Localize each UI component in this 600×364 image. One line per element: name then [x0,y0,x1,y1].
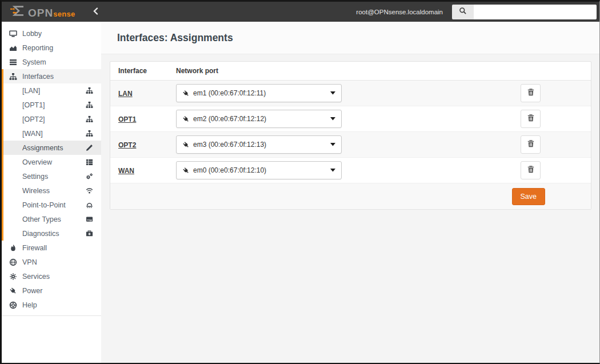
plug-icon [182,167,190,174]
sidebar-item-settings[interactable]: Settings [3,169,101,183]
fire-icon [8,244,18,252]
sidebar-item-point-to-point[interactable]: Point-to-Point [3,198,101,212]
sidebar-item-diagnostics[interactable]: Diagnostics [3,226,101,241]
sidebar-item-label: Lobby [22,30,42,38]
sidebar-item-power[interactable]: Power [2,283,101,298]
pencil-icon [85,144,94,151]
sidebar-item-label: Settings [22,173,85,181]
delete-interface-button[interactable] [521,84,541,102]
sitemap-icon [85,87,94,94]
trash-icon [527,114,534,123]
column-header-interface: Interface [110,67,176,75]
search-bar [452,5,597,19]
plug-icon [182,141,190,149]
caret-down-icon [330,91,335,95]
sidebar-item-services[interactable]: Services [2,269,101,283]
list-alt-icon [85,158,94,166]
caret-down-icon [330,143,335,146]
interface-link-lan[interactable]: LAN [118,90,133,98]
main-content: Interfaces: Assignments Interface Networ… [101,22,599,363]
sidebar-item-lobby[interactable]: Lobby [2,26,101,41]
plug-icon [182,90,190,97]
trash-icon [527,166,534,175]
sidebar-item-label: VPN [22,258,37,266]
sidebar-item-system[interactable]: System [2,55,101,69]
sidebar-item-label: Firewall [22,244,47,252]
sidebar-item-label: Overview [22,158,85,166]
sidebar-item-firewall[interactable]: Firewall [2,241,101,255]
plug-icon [182,115,190,123]
sidebar-item-opt1[interactable]: [OPT1] [3,98,101,112]
sidebar-item-assignments[interactable]: Assignments [3,141,101,155]
network-port-select-opt2[interactable]: em3 (00:e0:67:0f:12:13) [176,135,342,154]
sidebar-menu: Lobby Reporting System [2,22,101,316]
table-header-row: Interface Network port [110,62,591,81]
modem-icon [85,201,94,209]
sidebar-section-interfaces: Interfaces [LAN] [OPT1] [2,69,101,241]
sidebar-item-label: Reporting [22,44,53,52]
logged-in-user: root@OPNsense.localdomain [356,9,443,15]
search-input[interactable] [474,5,597,19]
cogs-icon [85,173,94,180]
chevron-left-icon [93,7,99,17]
sidebar-item-label: Interfaces [22,73,54,81]
trash-icon [527,89,534,98]
selected-port-label: em3 (00:e0:67:0f:12:13) [193,141,266,149]
delete-interface-button[interactable] [521,161,541,179]
sidebar-item-other-types[interactable]: Other Types [3,212,101,226]
network-port-select-lan[interactable]: em1 (00:e0:67:0f:12:11) [176,84,342,102]
sidebar-item-label: Power [22,287,42,295]
sidebar-item-vpn[interactable]: VPN [2,255,101,269]
delete-interface-button[interactable] [521,110,541,128]
sidebar-item-reporting[interactable]: Reporting [2,41,101,55]
selected-port-label: em2 (00:e0:67:0f:12:12) [193,115,266,123]
interface-link-wan[interactable]: WAN [118,167,134,175]
sidebar: Lobby Reporting System [2,22,101,363]
sidebar-item-label: Services [22,273,50,281]
sidebar-item-help[interactable]: Help [2,298,101,312]
interface-link-opt1[interactable]: OPT1 [118,115,136,123]
sitemap-icon [8,73,18,81]
page-title: Interfaces: Assignments [117,32,233,44]
sidebar-collapse-button[interactable] [93,7,99,17]
gear-icon [8,273,18,281]
sitemap-icon [85,130,94,137]
table-row: LAN em1 (00:e0:67:0f:12:11) [110,81,591,106]
sidebar-item-overview[interactable]: Overview [3,155,101,169]
sidebar-item-label: [OPT2] [22,115,85,123]
sidebar-item-lan[interactable]: [LAN] [3,83,101,98]
network-port-select-opt1[interactable]: em2 (00:e0:67:0f:12:12) [176,110,342,128]
trash-icon [527,140,534,149]
sidebar-item-label: [LAN] [22,87,85,95]
interface-link-opt2[interactable]: OPT2 [118,141,136,149]
sidebar-item-label: [OPT1] [22,101,85,109]
medkit-icon [85,230,94,237]
opnsense-window: OPN sense root@OPNsense.localdomain [0,0,600,364]
sidebar-item-opt2[interactable]: [OPT2] [3,112,101,126]
plug-icon [8,287,18,295]
sidebar-item-label: Other Types [22,215,85,223]
sidebar-item-interfaces[interactable]: Interfaces [3,69,101,83]
globe-icon [8,258,18,266]
sidebar-item-label: [WAN] [22,130,85,138]
sidebar-item-wan[interactable]: [WAN] [3,126,101,141]
area-chart-icon [8,44,18,52]
sitemap-icon [85,115,94,123]
search-button[interactable] [452,5,474,19]
content-header: Interfaces: Assignments [101,22,599,54]
opnsense-logo[interactable]: OPN sense [10,5,75,19]
assignments-panel: Interface Network port LAN em1 (00:e0:67… [110,61,591,210]
selected-port-label: em1 (00:e0:67:0f:12:11) [193,89,266,97]
sidebar-item-wireless[interactable]: Wireless [3,183,101,198]
hdd-icon [85,215,94,223]
sidebar-item-label: Diagnostics [22,230,85,238]
selected-port-label: em0 (00:e0:67:0f:12:10) [193,166,266,174]
table-row: WAN em0 (00:e0:67:0f:12:10) [110,158,591,183]
sidebar-item-label: Wireless [22,187,85,195]
sidebar-item-label: Point-to-Point [22,201,85,209]
opnsense-logo-icon [10,5,25,19]
save-button[interactable]: Save [512,188,546,205]
delete-interface-button[interactable] [521,135,541,154]
life-ring-icon [8,301,18,309]
network-port-select-wan[interactable]: em0 (00:e0:67:0f:12:10) [176,161,342,179]
